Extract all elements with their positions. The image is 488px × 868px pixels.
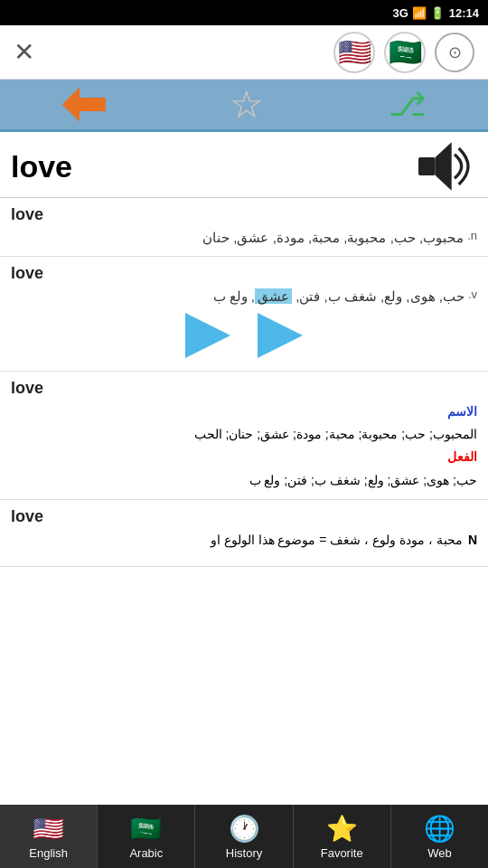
pos-n-label: N — [468, 529, 477, 552]
nav-arabic[interactable]: 🇸🇦 Arabic — [98, 805, 195, 868]
clock: 12:14 — [449, 6, 479, 20]
section-4-translation: محبة ، مودة ولوع ، شغف = موضوع هذا الولو… — [211, 533, 463, 547]
section-3: love الاسم المحبوب; حب; محبوبة; محبة; مو… — [0, 372, 488, 500]
audio-play-1[interactable] — [185, 313, 230, 358]
arabic-flag-icon: 🇸🇦 — [130, 814, 162, 844]
section-1: love .n محبوب, حب, محبوبة, محبة, مودة, ع… — [0, 198, 488, 257]
back-button[interactable] — [55, 80, 113, 129]
section-2-content: .v حب, هوى, ولع, شغف ب, فتن, عشق, ولع ب — [11, 286, 477, 307]
nav-favorite[interactable]: ⭐ Favorite — [294, 805, 391, 868]
svg-marker-1 — [436, 142, 452, 190]
section-1-content: .n محبوب, حب, محبوبة, محبة, مودة, عشق, ح… — [11, 227, 477, 249]
section-2: love .v حب, هوى, ولع, شغف ب, فتن, عشق, و… — [0, 257, 488, 372]
history-clock-icon: 🕐 — [229, 814, 260, 844]
verb-content: حب; هوى; عشق; ولع; شغف ب; فتن; ولع ب — [249, 473, 477, 487]
section-1-label: love — [11, 205, 477, 224]
arabic-flag-button[interactable]: 🇸🇦 — [384, 32, 426, 73]
web-label: Web — [427, 846, 452, 860]
flag-buttons: 🇺🇸 🇸🇦 ⊙ — [333, 32, 474, 73]
toolbar: ☆ ⎇ — [0, 80, 488, 132]
audio-play-2[interactable] — [258, 313, 303, 358]
favorite-star-icon: ⭐ — [326, 814, 358, 844]
english-flag-icon: 🇺🇸 — [33, 814, 64, 844]
translation-2: حب, هوى, ولع, شغف ب, فتن, عشق, ولع ب — [213, 288, 465, 304]
section-4-label: love — [11, 507, 477, 526]
english-label: English — [29, 846, 68, 860]
noun-label: الاسم — [447, 404, 477, 419]
us-flag-button[interactable]: 🇺🇸 — [333, 32, 375, 73]
close-button[interactable]: ✕ — [14, 40, 34, 65]
dropdown-button[interactable]: ⊙ — [435, 33, 474, 72]
speaker-icon[interactable] — [414, 139, 477, 193]
word-title-area: love — [0, 132, 488, 198]
favorite-label: Favorite — [321, 846, 363, 860]
pos-label-2: .v — [468, 286, 477, 305]
verb-label: الفعل — [447, 449, 477, 464]
pos-label-1: .n — [467, 227, 477, 246]
status-bar: 3G 📶 🔋 12:14 — [0, 0, 488, 25]
signal-bars: 📶 — [412, 6, 427, 20]
network-indicator: 3G — [392, 6, 408, 20]
section-3-content: الاسم المحبوب; حب; محبوبة; محبة; مودة; ع… — [11, 401, 477, 492]
favorite-button[interactable]: ☆ — [222, 75, 271, 134]
battery-icon: 🔋 — [430, 6, 445, 20]
web-globe-icon: 🌐 — [424, 814, 455, 844]
share-icon: ⎇ — [389, 86, 426, 124]
section-4: love N محبة ، مودة ولوع ، شغف = موضوع هذ… — [0, 500, 488, 567]
main-word: love — [11, 149, 72, 184]
nav-history[interactable]: 🕐 History — [195, 805, 293, 868]
arabic-label: Arabic — [129, 846, 163, 860]
content-area: love love .n محبوب, حب, محبوبة, محبة, مو… — [0, 132, 488, 805]
nav-web[interactable]: 🌐 Web — [391, 805, 488, 868]
nav-english[interactable]: 🇺🇸 English — [0, 805, 98, 868]
section-3-label: love — [11, 379, 477, 398]
back-arrow-icon — [62, 88, 106, 122]
noun-content: المحبوب; حب; محبوبة; محبة; مودة; عشق; حن… — [194, 427, 477, 441]
star-icon: ☆ — [230, 82, 264, 127]
bottom-nav: 🇺🇸 English 🇸🇦 Arabic 🕐 History ⭐ Favorit… — [0, 805, 488, 868]
section-2-label: love — [11, 264, 477, 283]
translation-1: محبوب, حب, محبوبة, محبة, مودة, عشق, حنان — [202, 230, 464, 245]
audio-buttons — [11, 307, 477, 363]
share-button[interactable]: ⎇ — [381, 79, 433, 131]
top-nav: ✕ 🇺🇸 🇸🇦 ⊙ — [0, 25, 488, 80]
section-4-content: N محبة ، مودة ولوع ، شغف = موضوع هذا الو… — [11, 529, 477, 559]
history-label: History — [226, 846, 262, 860]
svg-rect-0 — [418, 157, 436, 175]
